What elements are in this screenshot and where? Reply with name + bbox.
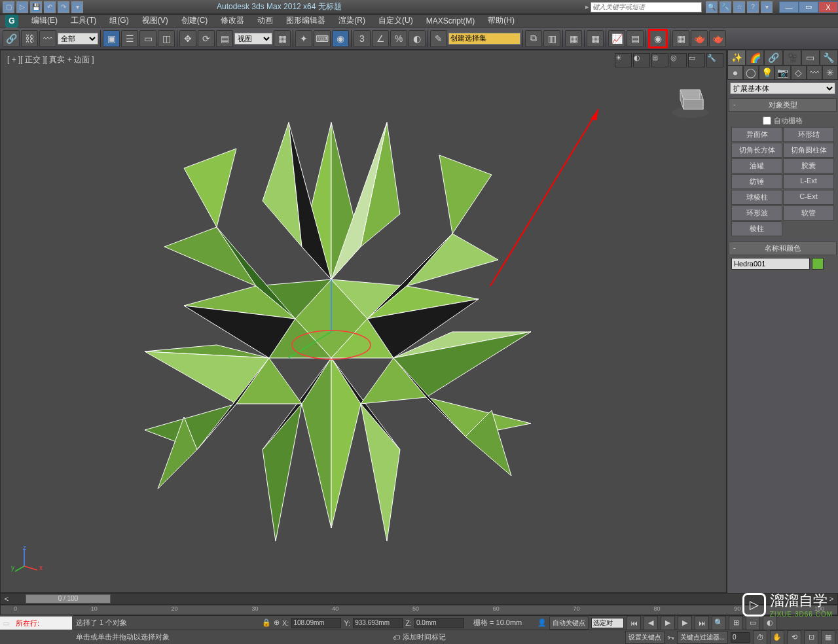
- nav-zoom-all-icon[interactable]: ⊞: [729, 616, 743, 630]
- object-name-input[interactable]: [731, 258, 810, 270]
- tab-utilities[interactable]: 🔧: [820, 50, 838, 65]
- menu-animation[interactable]: 动画: [251, 14, 280, 27]
- subtab-systems[interactable]: ✳: [822, 65, 838, 80]
- binoculars-icon[interactable]: 🔍: [706, 1, 718, 13]
- redo-icon[interactable]: ↷: [58, 1, 69, 13]
- tab-display[interactable]: ▭: [801, 50, 820, 65]
- timeline-ruler[interactable]: 0 10 20 30 40 50 60 70 80 90 100: [0, 605, 838, 615]
- select-rect-icon[interactable]: ▭: [139, 30, 156, 47]
- nav-orbit-icon[interactable]: ⟲: [787, 630, 801, 645]
- vp-zoom-icon[interactable]: ▭: [688, 53, 705, 67]
- menu-group[interactable]: 组(G): [103, 14, 135, 27]
- scale-icon[interactable]: ▤: [216, 30, 233, 47]
- setkey-button[interactable]: 设置关键点: [625, 631, 665, 644]
- manipulate-icon[interactable]: ✦: [295, 30, 312, 47]
- move-icon[interactable]: ✥: [179, 30, 196, 47]
- keyboard-icon[interactable]: ⌨: [314, 30, 331, 47]
- viewport[interactable]: [ + ][ 正交 ][ 真实 + 边面 ] ☀ ◐ ⊞ ◎ ▭ 🔧: [0, 50, 727, 593]
- subtab-geometry[interactable]: ●: [727, 65, 743, 80]
- open-icon[interactable]: ▷: [16, 1, 28, 13]
- rollout-header-name-color[interactable]: 名称和颜色: [729, 241, 837, 255]
- hedra-object[interactable]: [86, 83, 577, 574]
- key-icon[interactable]: 🔧: [720, 1, 731, 13]
- fav-icon[interactable]: ☆: [733, 1, 745, 13]
- material-editor-icon[interactable]: ◉: [648, 29, 668, 48]
- btn-gengon[interactable]: 球棱柱: [731, 190, 782, 205]
- curve-editor-icon[interactable]: 📈: [608, 30, 625, 47]
- minimize-button[interactable]: —: [779, 1, 799, 13]
- autogrid-checkbox[interactable]: [763, 116, 771, 125]
- vp-wire-icon[interactable]: ⊞: [651, 53, 668, 67]
- app-icon[interactable]: G: [5, 14, 18, 27]
- nav-extra-icon[interactable]: ▦: [821, 630, 835, 645]
- graphite-icon[interactable]: ▦: [587, 30, 604, 47]
- snap-toggle-icon[interactable]: ◉: [332, 30, 349, 47]
- nav-zoom-icon[interactable]: 🔍: [712, 616, 726, 630]
- vp-edged-icon[interactable]: ◎: [670, 53, 687, 67]
- goto-start-icon[interactable]: ⏮: [627, 616, 641, 630]
- select-object-icon[interactable]: ▣: [103, 30, 120, 47]
- named-selection-set[interactable]: [448, 33, 520, 45]
- btn-prism[interactable]: 棱柱: [731, 221, 782, 236]
- btn-oiltank[interactable]: 油罐: [731, 158, 782, 173]
- render-setup-icon[interactable]: ▦: [672, 30, 689, 47]
- maximize-button[interactable]: ▭: [799, 1, 818, 13]
- close-button[interactable]: X: [818, 1, 838, 13]
- snap-3-icon[interactable]: 3: [354, 30, 371, 47]
- btn-torus-knot[interactable]: 环形结: [783, 127, 834, 142]
- menu-modifiers[interactable]: 修改器: [214, 14, 251, 27]
- time-config-icon[interactable]: ⏱: [753, 630, 767, 645]
- dropdown-icon[interactable]: ▾: [71, 1, 83, 13]
- btn-capsule[interactable]: 胶囊: [783, 158, 834, 173]
- undo-icon[interactable]: ↶: [44, 1, 56, 13]
- unlink-icon[interactable]: ⛓: [21, 30, 38, 47]
- menu-maxscript[interactable]: MAXScript(M): [420, 15, 482, 27]
- menu-views[interactable]: 视图(V): [136, 14, 175, 27]
- align-icon[interactable]: ▥: [543, 30, 560, 47]
- btn-hedra[interactable]: 异面体: [731, 127, 782, 142]
- btn-spindle[interactable]: 纺锤: [731, 174, 782, 189]
- btn-hose[interactable]: 软管: [783, 206, 834, 221]
- z-input[interactable]: [414, 618, 464, 628]
- key-icon[interactable]: 🗝: [667, 634, 674, 641]
- new-icon[interactable]: ▢: [3, 1, 14, 13]
- menu-edit[interactable]: 编辑(E): [25, 14, 64, 27]
- create-category-dropdown[interactable]: 扩展基本体: [730, 82, 835, 94]
- slider-prev-icon[interactable]: <: [1, 595, 12, 603]
- prev-frame-icon[interactable]: ◀: [644, 616, 658, 630]
- spinner-snap-icon[interactable]: ◐: [409, 30, 426, 47]
- link-icon[interactable]: 🔗: [3, 30, 20, 47]
- search-arrow-icon[interactable]: ▸: [585, 3, 589, 11]
- menu-graph-editors[interactable]: 图形编辑器: [280, 14, 332, 27]
- coord-toggle-icon[interactable]: ⊕: [274, 618, 280, 627]
- help-icon[interactable]: ?: [747, 1, 759, 13]
- rotate-icon[interactable]: ⟳: [198, 30, 215, 47]
- save-icon[interactable]: 💾: [30, 1, 42, 13]
- nav-max-icon[interactable]: ⊡: [804, 630, 818, 645]
- btn-ringwave[interactable]: 环形波: [731, 206, 782, 221]
- vp-light-icon[interactable]: ☀: [615, 53, 632, 67]
- window-crossing-icon[interactable]: ◫: [158, 30, 175, 47]
- autokey-button[interactable]: 自动关键点: [549, 617, 589, 630]
- btn-chamfer-cyl[interactable]: 切角圆柱体: [783, 143, 834, 158]
- add-timetag-label[interactable]: 添加时间标记: [403, 632, 446, 642]
- time-slider-handle[interactable]: 0 / 100: [26, 594, 111, 603]
- selection-filter[interactable]: 全部: [58, 33, 98, 45]
- goto-end-icon[interactable]: ⏭: [695, 616, 709, 630]
- subtab-shapes[interactable]: ◯: [743, 65, 759, 80]
- dropdown2-icon[interactable]: ▾: [761, 1, 773, 13]
- pivot-icon[interactable]: ▦: [274, 30, 291, 47]
- maxscript-mini-icon[interactable]: ▭: [0, 619, 12, 628]
- mirror-icon[interactable]: ⧉: [525, 30, 542, 47]
- y-input[interactable]: [353, 618, 403, 628]
- vp-config-icon[interactable]: 🔧: [706, 53, 723, 67]
- rendered-frame-icon[interactable]: 🫖: [691, 30, 708, 47]
- schematic-icon[interactable]: ▤: [627, 30, 644, 47]
- edit-named-sel-icon[interactable]: ✎: [430, 30, 447, 47]
- time-slider-track[interactable]: < 0 / 100 >: [0, 593, 838, 605]
- keyfilter-button[interactable]: 关键点过滤器...: [677, 631, 728, 644]
- menu-create[interactable]: 创建(C): [175, 14, 215, 27]
- object-color-swatch[interactable]: [812, 258, 824, 270]
- percent-snap-icon[interactable]: %: [390, 30, 407, 47]
- next-frame-icon[interactable]: ▶: [678, 616, 692, 630]
